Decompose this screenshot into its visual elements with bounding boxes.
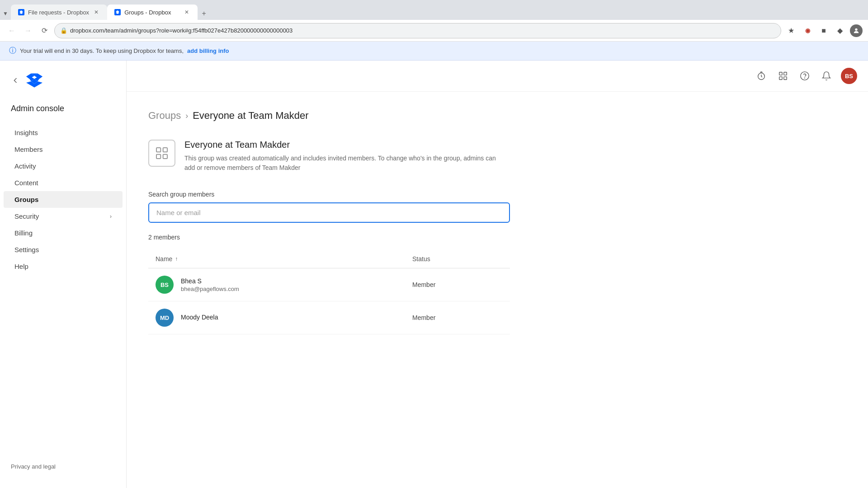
user-avatar[interactable]: BS	[841, 68, 857, 84]
group-name: Everyone at Team Makder	[184, 140, 501, 150]
breadcrumb-current: Everyone at Team Makder	[193, 110, 308, 122]
top-bar: BS	[127, 61, 868, 92]
help-circle-icon[interactable]	[797, 69, 812, 83]
status-column-label: Status	[412, 255, 430, 263]
breadcrumb-separator: ›	[185, 111, 188, 121]
sidebar-item-insights[interactable]: Insights	[4, 124, 123, 141]
billing-label: Billing	[14, 229, 33, 237]
sidebar-item-help[interactable]: Help	[4, 258, 123, 275]
tab-favicon-2	[114, 9, 121, 15]
sidebar: Admin console Insights Members Activity …	[0, 61, 127, 488]
sidebar-logo-area	[0, 71, 126, 104]
avatar-initials-md: MD	[160, 314, 169, 321]
member-details-bs: Bhea S bhea@pageflows.com	[181, 277, 405, 292]
tab-groups[interactable]: Groups - Dropbox ✕	[107, 5, 198, 20]
trial-banner: ⓘ Your trial will end in 30 days. To kee…	[0, 42, 868, 61]
member-avatar-md: MD	[156, 309, 174, 327]
group-icon	[148, 140, 175, 167]
search-input-container	[148, 202, 647, 223]
column-status-header: Status	[412, 255, 503, 263]
trial-message: Your trial will end in 30 days. To keep …	[20, 47, 184, 54]
sidebar-nav: Insights Members Activity Content Groups…	[0, 124, 126, 455]
svg-rect-11	[784, 72, 787, 75]
tab-close-2[interactable]: ✕	[183, 9, 190, 16]
tab-close-1[interactable]: ✕	[93, 9, 100, 16]
insights-label: Insights	[14, 129, 38, 136]
search-section: Search group members	[148, 191, 647, 223]
back-arrow-icon[interactable]	[11, 76, 20, 85]
adblock-button[interactable]: ◉	[801, 24, 814, 37]
extensions-button[interactable]: ■	[817, 24, 830, 37]
help-label: Help	[14, 263, 28, 270]
name-column-label: Name	[156, 255, 172, 263]
back-button[interactable]: ←	[5, 24, 18, 37]
sidebar-item-members[interactable]: Members	[4, 141, 123, 158]
content-area: Groups › Everyone at Team Makder Everyon…	[127, 92, 669, 352]
member-status-md: Member	[412, 314, 503, 321]
svg-rect-17	[163, 148, 167, 152]
members-count: 2 members	[148, 234, 647, 241]
table-row[interactable]: MD Moody Deela Member	[148, 301, 510, 334]
admin-console-title: Admin console	[0, 104, 126, 124]
table-row[interactable]: BS Bhea S bhea@pageflows.com Member	[148, 268, 510, 301]
sidebar-item-groups[interactable]: Groups	[4, 191, 123, 208]
svg-rect-18	[156, 155, 160, 159]
info-icon: ⓘ	[9, 46, 16, 56]
sidebar-footer: Privacy and legal	[0, 455, 126, 477]
tab-favicon-1	[18, 9, 24, 15]
sidebar-item-content[interactable]: Content	[4, 174, 123, 191]
member-name-md: Moody Deela	[181, 314, 405, 321]
address-bar[interactable]: 🔒 dropbox.com/team/admin/groups?role=wor…	[54, 23, 781, 38]
svg-rect-12	[779, 77, 782, 80]
privacy-legal-link[interactable]: Privacy and legal	[11, 463, 56, 470]
lock-icon: 🔒	[60, 27, 67, 34]
group-header: Everyone at Team Makder This group was c…	[148, 140, 647, 173]
group-info: Everyone at Team Makder This group was c…	[184, 140, 501, 173]
bell-icon[interactable]	[819, 69, 834, 83]
sort-arrow-icon: ↑	[175, 256, 178, 262]
search-input[interactable]	[148, 202, 510, 223]
svg-rect-16	[156, 148, 160, 152]
breadcrumb-parent[interactable]: Groups	[148, 110, 181, 122]
members-table: Name ↑ Status BS Bhea S	[148, 250, 510, 334]
svg-point-14	[801, 72, 809, 80]
tab-title-1: File requests - Dropbox	[28, 9, 89, 16]
table-header: Name ↑ Status	[148, 250, 510, 268]
tab-file-requests[interactable]: File requests - Dropbox ✕	[11, 5, 107, 20]
avatar-initials: BS	[845, 73, 853, 80]
bookmark-button[interactable]: ★	[785, 24, 797, 37]
grid-icon[interactable]	[776, 69, 790, 83]
svg-rect-10	[779, 72, 782, 75]
dropbox-logo[interactable]	[25, 71, 43, 89]
member-avatar-bs: BS	[156, 276, 174, 294]
main-content: BS Groups › Everyone at Team Makder	[127, 61, 868, 488]
reload-button[interactable]: ⟳	[38, 24, 51, 37]
member-details-md: Moody Deela	[181, 314, 405, 322]
add-billing-link[interactable]: add billing info	[187, 47, 229, 54]
member-email-bs: bhea@pageflows.com	[181, 286, 405, 292]
theme-button[interactable]: ◆	[834, 24, 846, 37]
svg-rect-19	[163, 155, 167, 159]
sidebar-item-billing[interactable]: Billing	[4, 225, 123, 241]
breadcrumb: Groups › Everyone at Team Makder	[148, 110, 647, 122]
sidebar-item-settings[interactable]: Settings	[4, 241, 123, 258]
groups-label: Groups	[14, 196, 38, 203]
address-text: dropbox.com/team/admin/groups?role=work#…	[70, 27, 775, 34]
search-label: Search group members	[148, 191, 647, 198]
svg-rect-13	[784, 77, 787, 80]
new-tab-button[interactable]: +	[198, 7, 210, 20]
svg-point-15	[805, 78, 805, 78]
member-name-bs: Bhea S	[181, 277, 405, 285]
group-description: This group was created automatically and…	[184, 154, 501, 173]
sidebar-item-security[interactable]: Security ›	[4, 208, 123, 225]
timer-icon[interactable]	[754, 69, 769, 83]
column-name-header[interactable]: Name ↑	[156, 255, 405, 263]
member-status-bs: Member	[412, 281, 503, 288]
sidebar-item-activity[interactable]: Activity	[4, 158, 123, 174]
profile-avatar[interactable]	[850, 24, 863, 37]
tab-dropdown[interactable]: ▼	[0, 7, 11, 20]
settings-label: Settings	[14, 246, 39, 253]
avatar-initials-bs: BS	[160, 282, 169, 288]
activity-label: Activity	[14, 162, 36, 170]
forward-button[interactable]: →	[22, 24, 34, 37]
